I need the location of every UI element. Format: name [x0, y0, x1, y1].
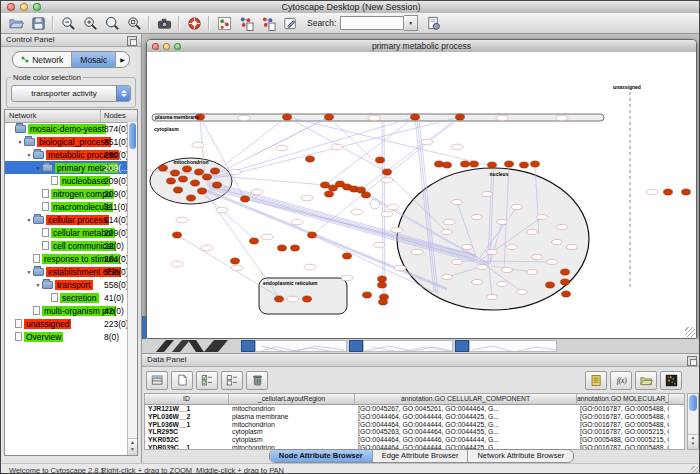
table-cell[interactable]: YLR295C: [145, 428, 229, 436]
network-node[interactable]: [461, 161, 470, 167]
formula-builder-icon[interactable]: f(x): [610, 371, 632, 390]
tree-row-multi-organism-pro[interactable]: multi-organism pro42(0): [5, 304, 128, 317]
tab-network-attribute-browser[interactable]: Network Attribute Browser: [468, 450, 573, 462]
network-node[interactable]: [343, 253, 352, 259]
window-resize-grip[interactable]: [685, 327, 695, 337]
tree-disclosure-icon[interactable]: ▼: [25, 152, 33, 158]
tree-row-nitrogen-compo[interactable]: nitrogen compo209(0): [5, 187, 128, 200]
table-cell[interactable]: [GO:0016787, GO:0005488, GO:0005215, G..…: [577, 413, 669, 421]
network-node[interactable]: [159, 165, 168, 171]
network-node[interactable]: [231, 258, 240, 264]
table-cell[interactable]: [GO:0044464, GO:0044446, GO:0044444, G..…: [355, 436, 577, 444]
network-node[interactable]: [321, 182, 330, 188]
table-scrollbar-thumb[interactable]: [689, 395, 697, 411]
tree-column-nodes[interactable]: Nodes: [104, 111, 126, 120]
network-node[interactable]: [363, 292, 372, 298]
network-node[interactable]: [562, 291, 571, 297]
network-node[interactable]: [561, 269, 570, 275]
table-cell[interactable]: [GO:0016787, GO:0005215, GO:0003824, G..…: [577, 428, 669, 436]
snapshot-icon[interactable]: [154, 14, 174, 32]
zoom-in-icon[interactable]: [80, 14, 100, 32]
network-node[interactable]: [173, 232, 182, 238]
vizmapper-icon[interactable]: [214, 14, 234, 32]
network-node[interactable]: [505, 161, 514, 167]
search-dropdown-arrow-icon[interactable]: ▼: [404, 15, 418, 31]
zoom-fit-icon[interactable]: [102, 14, 122, 32]
tree-row-cellular-metabol[interactable]: cellular metabol209(0): [5, 226, 128, 239]
network-node[interactable]: [325, 114, 334, 120]
tab-overflow-arrow-icon[interactable]: ▶: [116, 52, 129, 67]
unselect-attributes-icon[interactable]: [221, 371, 243, 390]
table-cell[interactable]: [GO:0045263, GO:0044464, GO:0044455, G..…: [355, 428, 577, 436]
float-panel-icon[interactable]: [687, 356, 697, 366]
network-node[interactable]: [378, 276, 387, 282]
tree-scrollbar[interactable]: ▲▼: [127, 122, 137, 455]
network-node[interactable]: [211, 168, 220, 174]
network-node[interactable]: [171, 170, 180, 176]
float-panel-icon[interactable]: [127, 36, 137, 46]
network-node[interactable]: [167, 178, 176, 184]
network-node[interactable]: [682, 189, 691, 195]
tree-scrollbar-buttons[interactable]: ▲▼: [128, 438, 137, 455]
tree-row-primary-metabo[interactable]: ▼primary metabo209(...: [5, 161, 128, 174]
network-node[interactable]: [187, 195, 196, 201]
tree-row-nucleobase-[interactable]: nucleobase-209(0): [5, 174, 128, 187]
network-node[interactable]: [561, 279, 570, 285]
search-input[interactable]: [340, 16, 404, 30]
tree-row-macromolecule[interactable]: macromolecule311(0): [5, 200, 128, 213]
open-icon[interactable]: [6, 14, 26, 32]
network-node[interactable]: [275, 296, 284, 302]
tree-row-secretion[interactable]: secretion41(0): [5, 291, 128, 304]
tree-disclosure-icon[interactable]: ▼: [34, 165, 42, 171]
tree-disclosure-icon[interactable]: ▼: [25, 217, 33, 223]
table-cell[interactable]: [GO:0016787, GO:0005488, GO:0005215, G..…: [577, 405, 669, 413]
network-node[interactable]: [306, 156, 315, 162]
attribute-table-icon[interactable]: [146, 371, 168, 390]
table-cell[interactable]: mitochondrion: [229, 421, 355, 429]
network-node[interactable]: [191, 180, 200, 186]
tree-row-overview[interactable]: Overview8(0): [5, 330, 128, 343]
color-mapper-icon[interactable]: [660, 371, 682, 390]
table-cell[interactable]: [GO:0044464, GO:0044444, GO:0044425, G..…: [355, 421, 577, 429]
network-node[interactable]: [198, 188, 207, 194]
table-cell[interactable]: [GO:0005488, GO:0005215, GO:0003674]: [577, 436, 669, 444]
network-node[interactable]: [383, 169, 392, 175]
table-row[interactable]: YJR121W__1mitochondrion[GO:0045267, GO:0…: [145, 405, 684, 413]
table-cell[interactable]: cytoplasm: [229, 428, 355, 436]
table-cell[interactable]: mitochondrion: [229, 405, 355, 413]
table-scrollbar[interactable]: ▲▼: [687, 393, 699, 450]
table-row[interactable]: YKR052Ccytoplasm[GO:0044464, GO:0044446,…: [145, 436, 684, 444]
tab-edge-attribute-browser[interactable]: Edge Attribute Browser: [373, 450, 469, 462]
tree-row-establishment-of-lo[interactable]: ▼establishment of lo558(0): [5, 265, 128, 278]
tree-disclosure-icon[interactable]: ▼: [16, 139, 24, 145]
network-node[interactable]: [183, 166, 192, 172]
new-attribute-icon[interactable]: [171, 371, 193, 390]
network-node[interactable]: [376, 157, 385, 163]
tree-row-mosaic-demo-yeast[interactable]: mosaic-demo-yeast874(0): [5, 122, 128, 135]
network-node[interactable]: [379, 299, 388, 305]
zoom-selected-icon[interactable]: [124, 14, 144, 32]
network-node[interactable]: [213, 182, 222, 188]
table-row[interactable]: YPL036W__2plasma membrane[GO:0044464, GO…: [145, 413, 684, 421]
network-node[interactable]: [443, 162, 452, 168]
network-node[interactable]: [250, 238, 259, 244]
tree-column-network[interactable]: Network: [9, 111, 37, 120]
table-cell[interactable]: YPL036W__1: [145, 421, 229, 429]
network-node[interactable]: [378, 282, 387, 288]
attribute-list-icon[interactable]: [585, 371, 607, 390]
table-column-header[interactable]: _cellularLayoutRegion: [229, 394, 355, 404]
destroy-view-icon[interactable]: [258, 14, 278, 32]
create-view-icon[interactable]: [236, 14, 256, 32]
network-node[interactable]: [664, 189, 673, 195]
network-node[interactable]: [203, 174, 212, 180]
table-row[interactable]: YPL036W__1mitochondrion[GO:0044464, GO:0…: [145, 421, 684, 429]
tree-row-response-to-stimulu[interactable]: response to stimulu264(0): [5, 252, 128, 265]
node-color-dropdown[interactable]: transporter activity: [11, 85, 131, 102]
network-node[interactable]: [488, 162, 497, 168]
tree-row-cell-communicat[interactable]: cell communicat22(0): [5, 239, 128, 252]
app-resize-grip[interactable]: [691, 466, 700, 474]
tree-row-transport[interactable]: ▼transport558(0): [5, 278, 128, 291]
table-cell[interactable]: plasma membrane: [229, 413, 355, 421]
tree-row-biological-process[interactable]: ▼biological_process651(0): [5, 135, 128, 148]
dropdown-stepper-icon[interactable]: [116, 86, 130, 101]
